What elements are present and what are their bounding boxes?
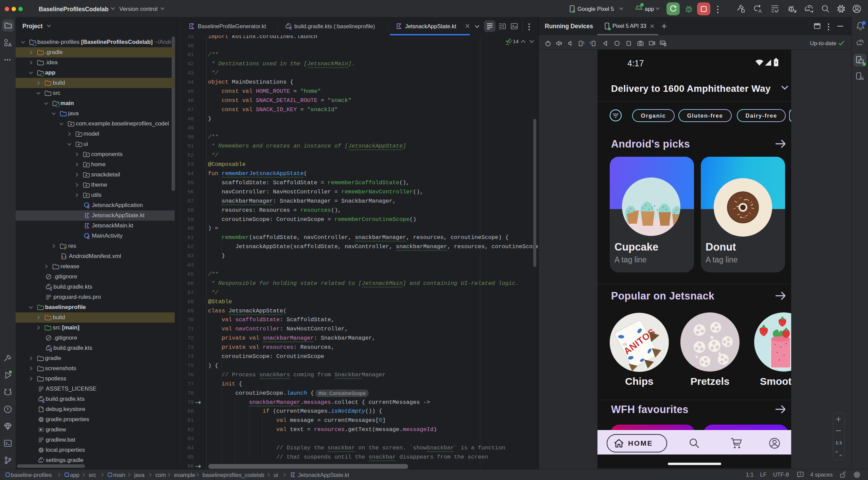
svg-text:A: A	[759, 8, 762, 13]
